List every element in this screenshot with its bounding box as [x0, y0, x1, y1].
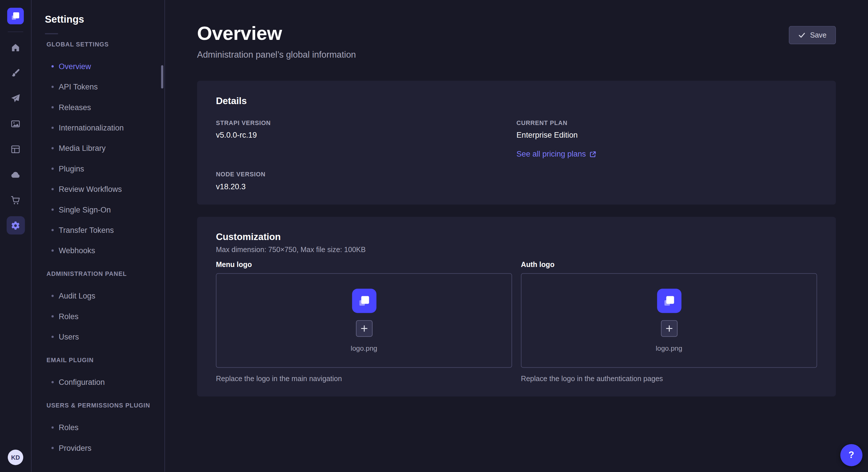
nav-item-label: Review Workflows [59, 184, 122, 193]
bullet-icon [51, 229, 54, 231]
main-nav-rail: KD [0, 0, 32, 472]
nav-item-label: Users [59, 332, 79, 341]
rail-item-cart[interactable] [6, 191, 25, 209]
settings-nav-item-api-tokens[interactable]: API Tokens [32, 76, 164, 97]
nav-item-label: API Tokens [59, 82, 98, 91]
field-node-version: NODE VERSION v18.20.3 [216, 171, 516, 191]
rail-item-gear[interactable] [6, 216, 25, 235]
nav-item-label: Internationalization [59, 123, 124, 132]
settings-nav-item-webhooks[interactable]: Webhooks [32, 240, 164, 260]
bullet-icon [51, 295, 54, 297]
add-logo-button[interactable] [661, 320, 677, 337]
nav-item-label: Media Library [59, 143, 105, 152]
details-card-title: Details [216, 96, 817, 107]
rail-item-paintbrush[interactable] [6, 64, 25, 82]
settings-nav-item-transfer-tokens[interactable]: Transfer Tokens [32, 220, 164, 240]
nav-item-label: Providers [59, 443, 91, 452]
settings-nav-item-media-library[interactable]: Media Library [32, 138, 164, 158]
help-button[interactable]: ? [840, 444, 863, 466]
strapi-logo-icon [352, 289, 376, 313]
pricing-plans-link-label: See all pricing plans [516, 149, 586, 159]
bullet-icon [51, 167, 54, 169]
title-divider [45, 33, 58, 34]
nav-item-label: Releases [59, 103, 91, 111]
strapi-logo-icon [657, 289, 681, 313]
customization-constraints: Max dimension: 750×750, Max file size: 1… [216, 245, 817, 254]
auth-logo-dropzone[interactable]: logo.png [521, 273, 817, 368]
menu-logo-dropzone[interactable]: logo.png [216, 273, 512, 368]
bullet-icon [51, 315, 54, 317]
logo-filename: logo.png [351, 344, 377, 353]
nav-section-heading: ADMINISTRATION PANEL [46, 270, 164, 278]
main-content: Overview Administration panel’s global i… [165, 0, 868, 472]
settings-nav-item-overview[interactable]: Overview [32, 56, 164, 76]
settings-nav-item-roles[interactable]: Roles [32, 417, 164, 437]
settings-nav-item-audit-logs[interactable]: Audit Logs [32, 285, 164, 306]
upload-label: Menu logo [216, 260, 512, 269]
paper-plane-icon [11, 93, 21, 103]
upload-label: Auth logo [521, 260, 817, 269]
bullet-icon [51, 188, 54, 190]
rail-item-pictures[interactable] [6, 114, 25, 133]
menu-logo-upload: Menu logo logo.png Replace the logo in t… [216, 260, 512, 383]
rail-item-cloud[interactable] [6, 165, 25, 184]
settings-nav-item-review-workflows[interactable]: Review Workflows [32, 179, 164, 199]
bullet-icon [51, 381, 54, 383]
rail-item-layout[interactable] [6, 140, 25, 158]
cart-icon [11, 195, 21, 205]
page-title: Overview [197, 22, 356, 44]
field-value: v5.0.0-rc.19 [216, 131, 516, 140]
settings-nav-item-plugins[interactable]: Plugins [32, 158, 164, 179]
settings-sidebar: Settings GLOBAL SETTINGSOverviewAPI Toke… [32, 0, 165, 472]
bullet-icon [51, 127, 54, 129]
bullet-icon [51, 65, 54, 67]
customization-card: Customization Max dimension: 750×750, Ma… [197, 217, 836, 397]
settings-nav-item-configuration[interactable]: Configuration [32, 372, 164, 392]
settings-nav-item-releases[interactable]: Releases [32, 97, 164, 117]
nav-section-heading: USERS & PERMISSIONS PLUGIN [46, 402, 164, 409]
rail-item-paper-plane[interactable] [6, 89, 25, 107]
rail-item-home[interactable] [6, 38, 25, 57]
bullet-icon [51, 106, 54, 108]
settings-nav-item-users[interactable]: Users [32, 326, 164, 347]
pictures-icon [11, 119, 21, 129]
auth-logo-upload: Auth logo logo.png Replace the logo in t… [521, 260, 817, 383]
pricing-plans-link[interactable]: See all pricing plans [516, 149, 596, 159]
page-header-text: Overview Administration panel’s global i… [197, 22, 356, 60]
settings-nav-item-roles[interactable]: Roles [32, 306, 164, 326]
nav-item-label: Transfer Tokens [59, 225, 114, 234]
bullet-icon [51, 208, 54, 210]
save-button[interactable]: Save [789, 26, 836, 44]
nav-item-label: Roles [59, 423, 79, 432]
bullet-icon [51, 147, 54, 149]
settings-nav-item-providers[interactable]: Providers [32, 437, 164, 458]
nav-item-label: Configuration [59, 377, 105, 386]
cloud-icon [11, 169, 21, 179]
scrollbar-thumb[interactable] [161, 65, 163, 89]
field-current-plan: CURRENT PLAN Enterprise Edition See all … [516, 120, 817, 159]
settings-nav-item-internationalization[interactable]: Internationalization [32, 117, 164, 138]
logo-uploads: Menu logo logo.png Replace the logo in t… [216, 260, 817, 383]
nav-item-label: Single Sign-On [59, 205, 111, 214]
nav-item-label: Audit Logs [59, 291, 95, 300]
plus-icon [665, 325, 672, 332]
bullet-icon [51, 86, 54, 88]
settings-nav-item-single-sign-on[interactable]: Single Sign-On [32, 199, 164, 220]
layout-icon [11, 144, 21, 154]
bullet-icon [51, 446, 54, 449]
nav-item-label: Overview [59, 62, 91, 71]
details-card: Details STRAPI VERSION v5.0.0-rc.19 CURR… [197, 81, 836, 205]
settings-sidebar-title: Settings [45, 13, 164, 25]
field-label: STRAPI VERSION [216, 120, 516, 127]
app-root: KD Settings GLOBAL SETTINGSOverviewAPI T… [0, 0, 868, 472]
nav-section-heading: EMAIL PLUGIN [46, 357, 164, 364]
strapi-logo-icon[interactable] [7, 8, 24, 24]
bullet-icon [51, 249, 54, 251]
plus-icon [361, 325, 367, 332]
check-icon [799, 32, 806, 39]
field-value: v18.20.3 [216, 182, 516, 191]
page-subtitle: Administration panel’s global informatio… [197, 49, 356, 60]
upload-caption: Replace the logo in the authentication p… [521, 374, 817, 383]
add-logo-button[interactable] [355, 320, 372, 337]
user-avatar[interactable]: KD [8, 450, 23, 465]
